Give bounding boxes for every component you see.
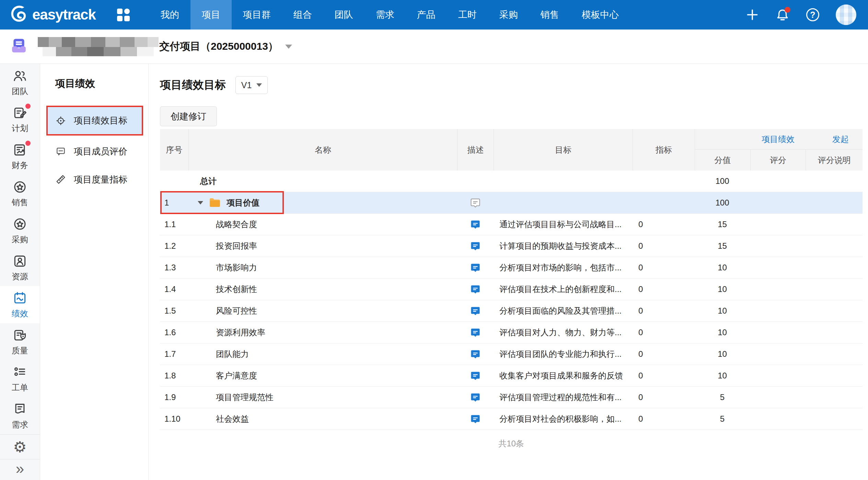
help-icon[interactable]: ? — [806, 8, 820, 22]
table-row-1.4[interactable]: 1.4技术创新性评估项目在技术上的创新程度和...010 — [160, 279, 863, 300]
description-comment-icon[interactable] — [470, 392, 481, 402]
row-score: 5 — [695, 387, 750, 408]
performance-icon — [12, 291, 27, 306]
row-rating-note — [806, 192, 863, 213]
table-row-1.5[interactable]: 1.5风险可控性分析项目面临的风险及其管理措...010 — [160, 300, 863, 322]
description-comment-icon[interactable] — [470, 414, 481, 424]
create-revision-button[interactable]: 创建修订 — [160, 106, 217, 126]
nav-item-template-center[interactable]: 模板中心 — [570, 0, 630, 30]
sidebar-item-项目度量指标[interactable]: 项目度量指标 — [40, 165, 148, 194]
nav-item-purchase[interactable]: 采购 — [488, 0, 529, 30]
main-nav: 我的项目项目群组合团队需求产品工时采购销售模板中心 — [149, 0, 630, 30]
row-metric — [633, 192, 695, 213]
rail-item-quality[interactable]: 质量 — [0, 323, 40, 360]
workorder-icon — [12, 365, 27, 380]
gear-icon[interactable]: ⚙ — [0, 434, 40, 459]
row-name: 投资回报率 — [188, 235, 457, 257]
rail-item-label: 需求 — [12, 419, 28, 430]
bell-icon[interactable] — [775, 8, 790, 22]
description-comment-icon[interactable] — [470, 349, 481, 359]
plus-icon[interactable] — [745, 8, 760, 22]
table-row-1.10[interactable]: 1.10社会效益分析项目对社会的积极影响，如...05 — [160, 408, 863, 430]
sidebar-item-项目绩效目标[interactable]: 项目绩效目标 — [46, 106, 143, 136]
row-score: 10 — [695, 279, 750, 300]
nav-item-product[interactable]: 产品 — [406, 0, 447, 30]
table-row-1.8[interactable]: 1.8客户满意度收集客户对项目成果和服务的反馈010 — [160, 365, 863, 387]
ruler-icon — [55, 174, 66, 185]
redacted-project-name — [38, 37, 159, 56]
nav-item-timesheet[interactable]: 工时 — [447, 0, 488, 30]
description-comment-icon[interactable] — [470, 327, 481, 338]
description-comment-icon[interactable] — [470, 306, 481, 316]
sidebar-item-项目成员评价[interactable]: 项目成员评价 — [40, 137, 148, 165]
rail-item-workorder[interactable]: 工单 — [0, 360, 40, 397]
initiate-link[interactable]: 发起 — [832, 134, 849, 145]
row-metric: 0 — [633, 257, 695, 278]
row-name: 风险可控性 — [188, 300, 457, 321]
nav-item-program[interactable]: 项目群 — [232, 0, 282, 30]
row-target: 分析项目面临的风险及其管理措... — [494, 300, 633, 321]
version-select[interactable]: V1 — [235, 76, 268, 94]
chevron-down-icon[interactable] — [285, 45, 292, 49]
nav-item-demand[interactable]: 需求 — [364, 0, 406, 30]
description-comment-icon[interactable] — [470, 371, 481, 381]
nav-item-my[interactable]: 我的 — [149, 0, 190, 30]
main-content: 项目绩效目标 V1 创建修订 序号 名称 描述 目标 指标 项目绩效 发起 — [149, 64, 868, 480]
row-score: 100 — [695, 192, 750, 213]
row-rating-note — [806, 387, 863, 408]
plan-icon — [12, 105, 27, 120]
row-rating — [750, 214, 806, 235]
description-comment-icon[interactable] — [470, 284, 481, 294]
project-performance-link[interactable]: 项目绩效 — [762, 134, 795, 145]
row-target: 分析项目对市场的影响，包括市... — [494, 257, 633, 278]
nav-item-portfolio[interactable]: 组合 — [282, 0, 323, 30]
page-title: 项目绩效目标 — [160, 78, 226, 93]
logo-text: easytrack — [32, 7, 96, 23]
row-rating — [750, 408, 806, 430]
quality-icon — [12, 328, 27, 343]
rail-item-plan[interactable]: 计划 — [0, 101, 40, 138]
apps-grid-icon[interactable] — [117, 9, 129, 21]
table-row-1.7[interactable]: 1.7团队能力评估项目团队的专业能力和执行...010 — [160, 343, 863, 365]
comment-icon — [55, 146, 66, 157]
description-comment-icon[interactable] — [470, 198, 481, 208]
table-row-1.3[interactable]: 1.3市场影响力分析项目对市场的影响，包括市...010 — [160, 257, 863, 279]
easytrack-logo[interactable]: easytrack — [10, 4, 96, 25]
rail-item-performance[interactable]: 绩效 — [0, 286, 40, 323]
row-score: 10 — [695, 257, 750, 278]
rail-item-procurement[interactable]: 采购 — [0, 212, 40, 249]
table-row-1.1[interactable]: 1.1战略契合度通过评估项目目标与公司战略目...015 — [160, 214, 863, 235]
nav-item-team[interactable]: 团队 — [323, 0, 364, 30]
sales-icon — [12, 179, 27, 195]
row-rating-note — [806, 279, 863, 300]
row-rating-note — [806, 171, 863, 192]
row-score: 100 — [695, 171, 750, 192]
rail-item-team[interactable]: 团队 — [0, 64, 40, 101]
collapse-caret-icon[interactable] — [198, 201, 203, 204]
description-comment-icon[interactable] — [470, 241, 481, 251]
avatar[interactable] — [836, 4, 856, 25]
table-row-1.9[interactable]: 1.9项目管理规范性评估项目管理过程的规范性和有...05 — [160, 387, 863, 408]
nav-item-project[interactable]: 项目 — [190, 0, 232, 30]
row-target: 收集客户对项目成果和服务的反馈 — [494, 365, 633, 386]
row-rating — [750, 235, 806, 257]
table-row-1.6[interactable]: 1.6资源利用效率评估项目对人力、物力、财力等...010 — [160, 322, 863, 343]
description-comment-icon[interactable] — [470, 262, 481, 273]
rail-item-finance[interactable]: 财务 — [0, 138, 40, 175]
table-row-1[interactable]: 1项目价值100 — [160, 192, 863, 214]
project-tray-icon — [10, 37, 27, 56]
table-row-1.2[interactable]: 1.2投资回报率计算项目的预期收益与投资成本...015 — [160, 235, 863, 257]
collapse-icon[interactable]: » — [0, 459, 40, 480]
row-score: 10 — [695, 343, 750, 365]
rail-item-requirement[interactable]: 需求 — [0, 397, 40, 434]
red-dot — [25, 141, 31, 146]
table-row-total[interactable]: 总计100 — [160, 171, 863, 192]
requirement-icon — [12, 402, 27, 417]
rail-item-label: 采购 — [12, 234, 28, 245]
rail-item-sales[interactable]: 销售 — [0, 175, 40, 212]
nav-item-sales[interactable]: 销售 — [529, 0, 570, 30]
description-comment-icon[interactable] — [470, 219, 481, 230]
rail-item-resource[interactable]: 资源 — [0, 249, 40, 286]
row-rating — [750, 279, 806, 300]
logo-swirl-icon — [10, 4, 29, 25]
